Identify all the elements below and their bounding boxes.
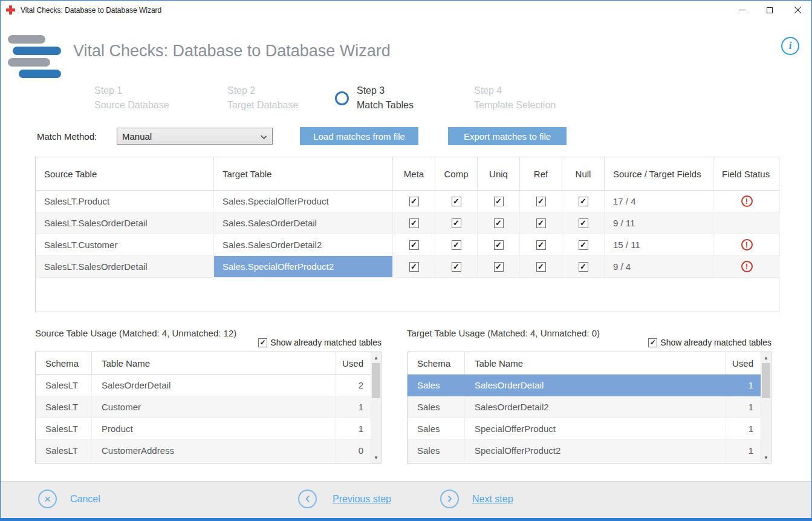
next-step-button[interactable]: Next step xyxy=(472,494,513,505)
target-usage-scrollbar[interactable]: ▲ ▼ xyxy=(761,352,771,463)
null-checkbox[interactable] xyxy=(579,240,588,250)
meta-checkbox[interactable] xyxy=(409,218,419,228)
schema-cell[interactable]: Sales xyxy=(408,396,465,418)
uniq-checkbox[interactable] xyxy=(494,218,504,228)
cancel-button[interactable]: Cancel xyxy=(70,494,100,505)
next-step-icon[interactable]: › xyxy=(440,490,459,508)
list-item[interactable]: SalesLT Customer 1 xyxy=(36,396,381,418)
scroll-down-icon[interactable]: ▼ xyxy=(371,453,381,462)
step-2-target-database[interactable]: Step 2 Target Database xyxy=(227,84,298,113)
scroll-up-icon[interactable]: ▲ xyxy=(761,353,771,362)
fields-count-cell: 9 / 11 xyxy=(605,212,713,234)
window-accent-border xyxy=(1,518,811,521)
target-table-cell[interactable]: Sales.SpecialOfferProduct xyxy=(214,191,393,212)
table-row[interactable]: SalesLT.Product Sales.SpecialOfferProduc… xyxy=(36,191,779,212)
list-item[interactable]: Sales SalesOrderDetail2 1 xyxy=(408,396,771,418)
null-checkbox[interactable] xyxy=(579,197,588,206)
target-table-cell[interactable]: Sales.SalesOrderDetail2 xyxy=(214,234,393,256)
source-table-cell[interactable]: SalesLT.Product xyxy=(36,191,214,212)
meta-checkbox[interactable] xyxy=(409,197,419,206)
step-3-match-tables[interactable]: Step 3 Match Tables xyxy=(335,84,414,113)
table-name-cell[interactable]: SalesOrderDetail xyxy=(465,375,726,396)
match-method-value: Manual xyxy=(122,131,152,142)
used-cell: 1 xyxy=(726,396,761,418)
minimize-icon xyxy=(739,10,745,10)
list-item[interactable]: Sales SpecialOfferProduct2 1 xyxy=(408,440,771,462)
field-status-error-icon[interactable] xyxy=(741,239,753,251)
meta-checkbox[interactable] xyxy=(409,262,419,272)
scroll-down-icon[interactable]: ▼ xyxy=(761,453,771,462)
schema-cell[interactable]: SalesLT xyxy=(36,418,92,440)
load-matches-button[interactable]: Load matches from file xyxy=(300,127,418,145)
target-show-matched[interactable]: Show already matched tables xyxy=(407,338,771,347)
cancel-icon[interactable]: × xyxy=(38,490,57,508)
comp-checkbox[interactable] xyxy=(452,218,461,228)
scroll-thumb[interactable] xyxy=(372,363,380,398)
field-status-error-icon[interactable] xyxy=(741,195,753,207)
null-checkbox[interactable] xyxy=(579,262,588,272)
scroll-thumb[interactable] xyxy=(762,363,770,398)
step-name: Target Database xyxy=(227,98,298,113)
source-table-cell[interactable]: SalesLT.SalesOrderDetail xyxy=(36,212,214,234)
used-cell: 1 xyxy=(726,440,761,462)
previous-step-icon[interactable]: ‹ xyxy=(298,490,317,508)
list-item[interactable]: SalesLT SalesOrderDetail 2 xyxy=(36,375,381,396)
minimize-button[interactable] xyxy=(728,1,756,19)
table-name-cell[interactable]: Product xyxy=(92,418,336,440)
list-item-selected[interactable]: Sales SalesOrderDetail 1 xyxy=(408,375,771,396)
ref-checkbox[interactable] xyxy=(536,262,546,272)
uniq-checkbox[interactable] xyxy=(494,197,504,206)
table-row[interactable]: SalesLT.SalesOrderDetail Sales.SpecialOf… xyxy=(36,256,779,278)
previous-step-button[interactable]: Previous step xyxy=(333,494,391,505)
col-source-table: Source Table xyxy=(36,157,214,190)
meta-checkbox[interactable] xyxy=(409,240,419,250)
show-matched-checkbox[interactable] xyxy=(258,338,267,347)
table-row[interactable]: SalesLT.SalesOrderDetail Sales.SalesOrde… xyxy=(36,212,779,234)
table-name-cell[interactable]: Customer xyxy=(92,396,336,418)
match-method-dropdown[interactable]: Manual xyxy=(117,128,273,145)
ref-checkbox[interactable] xyxy=(536,197,546,206)
ref-checkbox[interactable] xyxy=(536,218,546,228)
source-show-matched[interactable]: Show already matched tables xyxy=(35,338,382,347)
target-table-cell[interactable]: Sales.SalesOrderDetail xyxy=(214,212,393,234)
source-table-cell[interactable]: SalesLT.SalesOrderDetail xyxy=(36,256,214,278)
uniq-checkbox[interactable] xyxy=(494,262,504,272)
schema-cell[interactable]: SalesLT xyxy=(36,396,92,418)
list-item[interactable]: Sales SpecialOfferProduct 1 xyxy=(408,418,771,440)
scroll-up-icon[interactable]: ▲ xyxy=(371,353,381,362)
close-button[interactable] xyxy=(784,1,811,19)
field-status-error-icon[interactable] xyxy=(741,261,753,272)
col-used: Used xyxy=(726,352,761,374)
list-item[interactable]: SalesLT CustomerAddress 0 xyxy=(36,440,381,462)
table-name-cell[interactable]: SalesOrderDetail xyxy=(92,375,336,396)
uniq-checkbox[interactable] xyxy=(494,240,504,250)
null-checkbox[interactable] xyxy=(579,218,588,228)
fields-count-cell: 15 / 11 xyxy=(605,234,713,256)
step-1-source-database[interactable]: Step 1 Source Database xyxy=(94,84,169,113)
schema-cell[interactable]: SalesLT xyxy=(36,440,92,462)
table-name-cell[interactable]: SpecialOfferProduct2 xyxy=(465,440,726,462)
info-icon[interactable]: i xyxy=(781,37,799,55)
table-row[interactable]: SalesLT.Customer Sales.SalesOrderDetail2… xyxy=(36,234,779,256)
maximize-button[interactable] xyxy=(756,1,784,19)
table-name-cell[interactable]: CustomerAddress xyxy=(92,440,336,462)
table-name-cell[interactable]: SalesOrderDetail2 xyxy=(465,396,726,418)
col-meta: Meta xyxy=(393,157,435,190)
schema-cell[interactable]: SalesLT xyxy=(36,375,92,396)
list-item[interactable]: SalesLT Product 1 xyxy=(36,418,381,440)
source-usage-scrollbar[interactable]: ▲ ▼ xyxy=(371,352,381,463)
target-table-cell-selected[interactable]: Sales.SpecialOfferProduct2 xyxy=(214,256,393,278)
source-table-cell[interactable]: SalesLT.Customer xyxy=(36,234,214,256)
comp-checkbox[interactable] xyxy=(452,262,461,272)
ref-checkbox[interactable] xyxy=(536,240,546,250)
show-matched-checkbox[interactable] xyxy=(648,338,657,347)
schema-cell[interactable]: Sales xyxy=(408,440,465,462)
export-matches-button[interactable]: Export matches to file xyxy=(448,127,567,145)
step-4-template-selection[interactable]: Step 4 Template Selection xyxy=(474,84,556,113)
schema-cell[interactable]: Sales xyxy=(408,418,465,440)
comp-checkbox[interactable] xyxy=(452,197,461,206)
table-name-cell[interactable]: SpecialOfferProduct xyxy=(465,418,726,440)
schema-cell[interactable]: Sales xyxy=(408,375,465,396)
comp-checkbox[interactable] xyxy=(452,240,461,250)
step-label: Step 1 xyxy=(94,84,169,98)
